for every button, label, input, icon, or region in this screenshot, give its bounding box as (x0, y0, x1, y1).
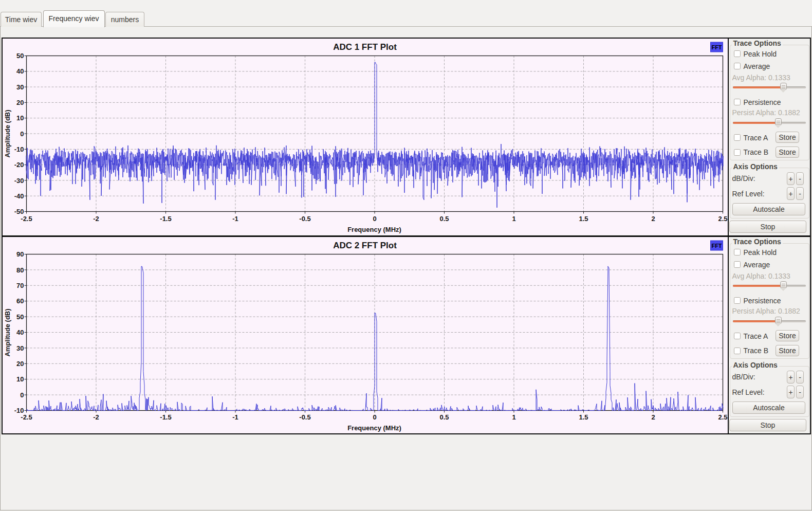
svg-text:-1: -1 (232, 413, 238, 421)
svg-text:-0.5: -0.5 (299, 215, 310, 223)
svg-text:-0.5: -0.5 (299, 413, 310, 421)
svg-text:FFT: FFT (711, 243, 722, 249)
svg-text:1.5: 1.5 (579, 413, 588, 421)
svg-text:ADC 2 FFT Plot: ADC 2 FFT Plot (333, 241, 397, 250)
svg-text:-2: -2 (93, 215, 99, 223)
svg-text:10: 10 (16, 114, 24, 122)
svg-text:-30: -30 (14, 177, 24, 185)
svg-text:-2.5: -2.5 (21, 413, 32, 421)
svg-text:2: 2 (651, 215, 655, 223)
svg-text:0.5: 0.5 (439, 215, 449, 223)
svg-text:50: 50 (16, 52, 24, 60)
svg-text:60: 60 (16, 297, 24, 305)
svg-text:0.5: 0.5 (439, 413, 449, 421)
svg-text:1: 1 (512, 215, 515, 223)
svg-text:2: 2 (651, 413, 655, 421)
svg-text:0: 0 (20, 391, 24, 399)
svg-text:0: 0 (373, 215, 376, 223)
svg-text:Frequency (MHz): Frequency (MHz) (347, 424, 401, 432)
svg-text:1.5: 1.5 (579, 215, 588, 223)
svg-text:40: 40 (16, 67, 24, 75)
svg-text:-2.5: -2.5 (21, 215, 32, 223)
svg-text:1: 1 (512, 413, 515, 421)
svg-text:80: 80 (16, 266, 24, 274)
svg-text:-50: -50 (14, 208, 24, 215)
svg-text:Amplitude (dB): Amplitude (dB) (4, 308, 11, 356)
svg-text:-10: -10 (14, 145, 24, 153)
svg-text:Frequency (MHz): Frequency (MHz) (347, 226, 401, 233)
svg-text:10: 10 (16, 375, 24, 383)
svg-text:40: 40 (16, 328, 24, 336)
svg-text:-1.5: -1.5 (160, 215, 171, 223)
svg-text:-1.5: -1.5 (160, 413, 171, 421)
svg-text:30: 30 (16, 83, 24, 91)
svg-text:2.5: 2.5 (718, 413, 727, 421)
svg-text:2.5: 2.5 (718, 215, 727, 223)
svg-text:20: 20 (16, 99, 24, 106)
svg-text:0: 0 (373, 413, 376, 421)
svg-text:-20: -20 (14, 161, 24, 169)
svg-text:50: 50 (16, 313, 24, 321)
svg-text:-2: -2 (93, 413, 99, 421)
svg-text:20: 20 (16, 360, 24, 368)
svg-text:-1: -1 (232, 215, 238, 223)
svg-text:70: 70 (16, 282, 24, 289)
svg-text:FFT: FFT (711, 44, 722, 50)
svg-text:Amplitude (dB): Amplitude (dB) (4, 110, 11, 157)
svg-text:0: 0 (20, 130, 24, 138)
svg-text:ADC 1 FFT Plot: ADC 1 FFT Plot (333, 42, 397, 52)
svg-text:90: 90 (16, 250, 24, 258)
svg-text:-40: -40 (14, 192, 24, 200)
svg-text:30: 30 (16, 344, 24, 352)
